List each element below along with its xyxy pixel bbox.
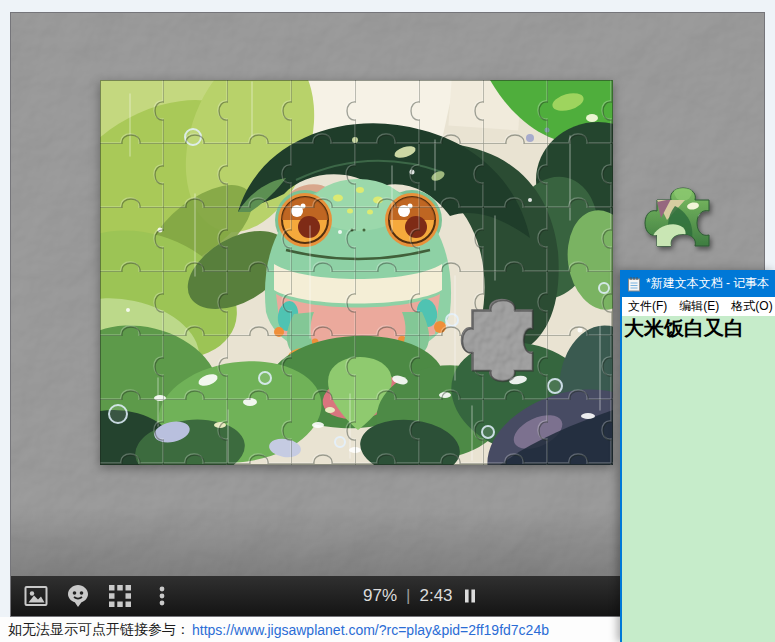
- menu-edit[interactable]: 编辑(E): [679, 298, 719, 315]
- notepad-text-area[interactable]: 大米饭白又白: [622, 316, 775, 642]
- more-options-icon[interactable]: [149, 583, 175, 609]
- jigsawplanet-mascot-icon[interactable]: [65, 583, 91, 609]
- arrange-grid-icon[interactable]: [107, 583, 133, 609]
- puzzle-share-link[interactable]: https://www.jigsawplanet.com/?rc=play&pi…: [192, 622, 549, 638]
- progress-time-cluster: 97% | 2:43: [363, 576, 478, 616]
- share-hint-text: 如无法显示可点开链接参与：: [8, 621, 190, 639]
- notepad-menubar: 文件(F) 编辑(E) 格式(O): [622, 297, 775, 316]
- image-thumbnail-icon[interactable]: [23, 583, 49, 609]
- pause-icon[interactable]: [462, 588, 478, 604]
- separator: |: [406, 586, 410, 606]
- menu-file[interactable]: 文件(F): [628, 298, 667, 315]
- menu-format[interactable]: 格式(O): [731, 298, 772, 315]
- game-toolbar: 97% | 2:43: [11, 576, 620, 616]
- elapsed-time: 2:43: [419, 586, 452, 606]
- jigsaw-game-page: 97% | 2:43 如无法显示可点开链接参与： https://www.jig…: [0, 0, 775, 642]
- loose-puzzle-piece[interactable]: [635, 176, 727, 262]
- notepad-titlebar[interactable]: *新建文本文档 - 记事本: [622, 270, 775, 297]
- puzzle-board[interactable]: [100, 80, 613, 465]
- notepad-title-text: *新建文本文档 - 记事本: [646, 275, 769, 292]
- progress-value: 97%: [363, 586, 397, 606]
- notepad-icon: [627, 276, 641, 292]
- share-status-bar: 如无法显示可点开链接参与： https://www.jigsawplanet.c…: [0, 617, 620, 642]
- notepad-window: *新建文本文档 - 记事本 文件(F) 编辑(E) 格式(O) 大米饭白又白: [620, 270, 775, 642]
